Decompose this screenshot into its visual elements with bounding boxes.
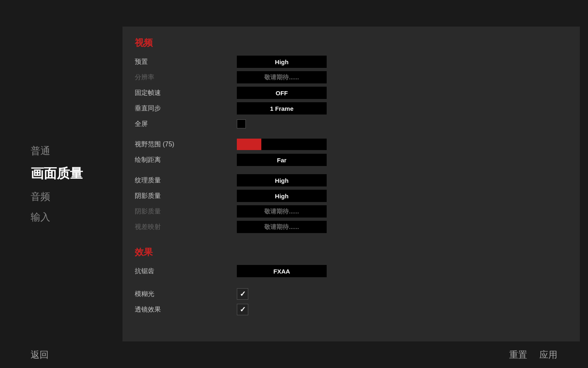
lens-effect-checkmark: ✓ [240,305,246,314]
motion-blur-checkbox[interactable]: ✓ [237,288,248,300]
bottom-bar: 返回 重置 应用 [0,341,588,368]
motion-blur-row: 模糊光 ✓ [135,287,568,301]
back-button[interactable]: 返回 [31,349,49,361]
resolution-row: 分辨率 敬请期待...... [135,71,568,84]
draw-distance-row: 绘制距离 Far [135,153,568,166]
texture-quality-label: 纹理质量 [135,176,237,185]
reflection-dropdown: 敬请期待...... [237,221,327,233]
fov-label: 视野范围 (75) [135,140,237,149]
bottom-right-buttons: 重置 应用 [509,349,557,361]
reset-button[interactable]: 重置 [509,349,527,361]
main-panel: 视频 预置 High 分辨率 敬请期待...... 固定帧速 OFF 垂直同步 … [122,27,580,341]
fixed-fps-label: 固定帧速 [135,89,237,97]
preset-row: 预置 High [135,55,568,68]
fullscreen-label: 全屏 [135,120,237,128]
fullscreen-row: 全屏 [135,117,568,130]
resolution-dropdown: 敬请期待...... [237,71,327,83]
motion-blur-checkmark: ✓ [240,289,246,298]
shadow-quality-label: 阴影质量 [135,192,237,200]
shadow-amount-control: 敬请期待...... [237,205,327,218]
effects-section-title: 效果 [135,246,568,258]
fov-slider-container [237,139,327,150]
reflection-row: 视差映射 敬请期待...... [135,220,568,233]
video-section-title: 视频 [135,37,568,49]
aa-control: FXAA [237,265,327,277]
fixed-fps-control: OFF [237,87,327,99]
lens-effect-row: 透镜效果 ✓ [135,303,568,316]
shadow-quality-dropdown[interactable]: High [237,190,327,202]
preset-dropdown[interactable]: High [237,56,327,68]
fullscreen-control [237,119,327,128]
preset-control: High [237,56,327,68]
vsync-row: 垂直同步 1 Frame [135,102,568,115]
sidebar: 普通 画面质量 音频 输入 [0,0,122,368]
shadow-amount-label: 阴影质量 [135,207,237,216]
reflection-control: 敬请期待...... [237,221,327,233]
texture-quality-row: 纹理质量 High [135,174,568,187]
resolution-control: 敬请期待...... [237,71,327,83]
vsync-dropdown[interactable]: 1 Frame [237,102,327,114]
lens-effect-label: 透镜效果 [135,305,237,314]
texture-quality-dropdown[interactable]: High [237,174,327,186]
sidebar-item-general[interactable]: 普通 [31,143,122,159]
fixed-fps-dropdown[interactable]: OFF [237,87,327,99]
reflection-label: 视差映射 [135,223,237,231]
shadow-amount-dropdown: 敬请期待...... [237,205,327,218]
sidebar-item-input[interactable]: 输入 [31,209,122,225]
shadow-amount-row: 阴影质量 敬请期待...... [135,205,568,218]
draw-distance-label: 绘制距离 [135,156,237,164]
shadow-quality-control: High [237,190,327,202]
motion-blur-label: 模糊光 [135,290,237,298]
sidebar-item-graphics[interactable]: 画面质量 [31,163,122,184]
fov-slider-empty [261,139,327,150]
lens-effect-control: ✓ [237,304,327,315]
shadow-quality-row: 阴影质量 High [135,189,568,202]
fov-slider[interactable] [237,139,327,150]
draw-distance-control: Far [237,154,327,166]
aa-label: 抗锯齿 [135,267,237,276]
aa-row: 抗锯齿 FXAA [135,265,568,278]
draw-distance-dropdown[interactable]: Far [237,154,327,166]
texture-quality-control: High [237,174,327,186]
aa-dropdown[interactable]: FXAA [237,265,327,277]
sidebar-item-audio[interactable]: 音频 [31,188,122,205]
fixed-fps-row: 固定帧速 OFF [135,86,568,99]
preset-label: 预置 [135,58,237,66]
motion-blur-control: ✓ [237,288,327,300]
fullscreen-checkbox[interactable] [237,119,246,128]
apply-button[interactable]: 应用 [539,349,557,361]
fov-slider-fill [237,139,261,150]
resolution-label: 分辨率 [135,73,237,82]
fov-row: 视野范围 (75) [135,138,568,151]
vsync-label: 垂直同步 [135,104,237,113]
vsync-control: 1 Frame [237,102,327,114]
lens-effect-checkbox[interactable]: ✓ [237,304,248,315]
